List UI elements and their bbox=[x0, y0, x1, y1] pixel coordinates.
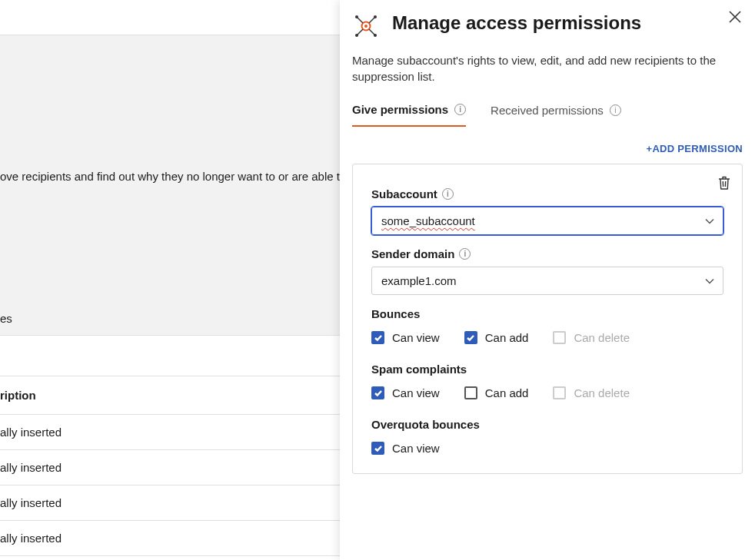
subaccount-input[interactable]: some_subaccount bbox=[371, 207, 723, 235]
checkbox-label: Can delete bbox=[574, 331, 630, 344]
subaccount-value: some_subaccount bbox=[381, 214, 475, 227]
checkbox-label: Can view bbox=[392, 331, 440, 344]
info-icon[interactable]: i bbox=[459, 248, 471, 260]
subaccount-label: Subaccount i bbox=[371, 187, 723, 200]
add-permission-button[interactable]: +ADD PERMISSION bbox=[647, 143, 743, 154]
tab-give-permissions[interactable]: Give permissions i bbox=[352, 103, 466, 127]
tab-label: Give permissions bbox=[352, 103, 448, 116]
checkbox-label: Can delete bbox=[574, 386, 630, 399]
bounces-can-view-checkbox[interactable]: Can view bbox=[371, 331, 440, 344]
checkbox-label: Can view bbox=[392, 386, 440, 399]
spam-heading: Spam complaints bbox=[371, 363, 723, 376]
spam-can-add-checkbox[interactable]: Can add bbox=[464, 386, 529, 399]
info-icon[interactable]: i bbox=[610, 104, 621, 116]
checkbox-label: Can add bbox=[485, 386, 529, 399]
domain-select[interactable]: example1.com bbox=[371, 267, 723, 295]
panel-subtitle: Manage subaccount's rights to view, edit… bbox=[340, 40, 755, 84]
spam-can-delete-checkbox: Can delete bbox=[553, 386, 630, 399]
overquota-can-view-checkbox[interactable]: Can view bbox=[371, 442, 440, 455]
svg-line-9 bbox=[369, 29, 375, 35]
svg-line-8 bbox=[357, 29, 363, 35]
tab-label: Received permissions bbox=[491, 104, 604, 117]
info-icon[interactable]: i bbox=[454, 104, 466, 115]
spam-can-view-checkbox[interactable]: Can view bbox=[371, 386, 440, 399]
domain-value: example1.com bbox=[381, 274, 457, 287]
svg-line-6 bbox=[357, 17, 363, 23]
svg-line-7 bbox=[369, 17, 375, 23]
panel-title: Manage access permissions bbox=[392, 9, 721, 34]
subaccount-select[interactable]: some_subaccount bbox=[371, 207, 723, 235]
tabs: Give permissions i Received permissions … bbox=[340, 84, 755, 127]
permission-card: Subaccount i some_subaccount Sender doma… bbox=[352, 164, 743, 474]
tab-received-permissions[interactable]: Received permissions i bbox=[491, 103, 621, 127]
overquota-heading: Overquota bounces bbox=[371, 418, 723, 431]
svg-point-1 bbox=[364, 25, 368, 28]
bounces-heading: Bounces bbox=[371, 307, 723, 320]
checkbox-label: Can add bbox=[485, 331, 529, 344]
permissions-panel: Manage access permissions Manage subacco… bbox=[340, 0, 755, 560]
domain-label: Sender domain i bbox=[371, 247, 723, 260]
permissions-icon bbox=[352, 12, 380, 40]
bounces-can-add-checkbox[interactable]: Can add bbox=[464, 331, 529, 344]
bounces-can-delete-checkbox: Can delete bbox=[553, 331, 630, 344]
info-icon[interactable]: i bbox=[442, 188, 454, 200]
close-icon[interactable] bbox=[727, 9, 743, 25]
domain-input[interactable]: example1.com bbox=[371, 267, 723, 295]
trash-icon[interactable] bbox=[717, 175, 731, 191]
checkbox-label: Can view bbox=[392, 442, 440, 455]
